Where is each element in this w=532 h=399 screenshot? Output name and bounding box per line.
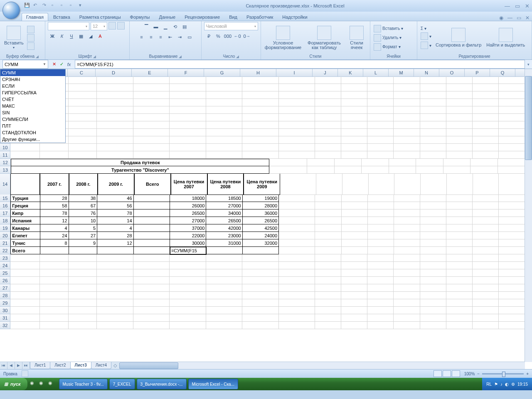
cell[interactable] [279,121,315,129]
cell[interactable] [473,144,499,151]
cell[interactable] [499,144,525,151]
cell[interactable] [446,239,473,247]
number-format-combo[interactable]: Числовой▾ [204,22,258,30]
cell[interactable] [307,166,334,174]
cell[interactable] [446,307,473,314]
cell[interactable]: Турагентство "Discovery" [11,166,269,174]
cell[interactable] [394,284,420,292]
cell[interactable] [420,284,446,292]
cell[interactable] [368,224,394,232]
cell[interactable] [341,307,367,314]
close-icon[interactable]: ✕ [525,3,530,9]
cell[interactable] [416,166,443,174]
cell[interactable] [499,114,525,121]
func-item[interactable]: СРЗНАЧ [0,76,65,83]
shrink-font-icon[interactable] [117,22,125,30]
ribbon-restore-icon[interactable]: ▭ [517,15,521,21]
cell[interactable] [97,129,133,136]
cell[interactable] [133,144,170,151]
cell[interactable] [133,277,170,284]
cell[interactable] [279,322,315,329]
cell[interactable] [446,292,473,299]
tab-view[interactable]: Вид [225,13,241,21]
cell[interactable] [420,239,446,247]
cell[interactable] [367,322,394,329]
cell[interactable] [315,299,341,307]
cell[interactable] [499,91,525,99]
row-header[interactable]: 20 [0,232,10,239]
percent-icon[interactable]: % [214,32,223,41]
cell[interactable] [170,91,206,99]
cell[interactable] [394,322,420,329]
cell[interactable] [446,151,473,159]
cell[interactable]: 19000 [243,195,279,202]
row-header[interactable]: 26 [0,277,10,284]
cell[interactable] [69,247,98,254]
cell[interactable] [242,144,278,151]
cell[interactable] [69,121,97,129]
cell[interactable] [446,217,473,224]
func-item[interactable]: СЧЁТ [0,96,65,103]
taskbar-item[interactable]: 3_Вычиления.docx -... [137,379,187,389]
cell[interactable] [133,99,170,106]
cell[interactable] [447,174,473,195]
cell[interactable] [499,217,525,224]
cell[interactable] [420,269,446,277]
view-normal-icon[interactable] [433,370,442,377]
cell[interactable] [473,114,499,121]
cell[interactable] [394,217,420,224]
cell[interactable] [279,239,315,247]
cell[interactable]: 2008 г. [69,174,98,195]
cell[interactable]: 28 [97,232,133,239]
cell[interactable] [341,114,367,121]
row-header[interactable]: 11 [0,151,10,159]
cell[interactable]: 8 [40,239,69,247]
cell[interactable] [97,299,133,307]
cell[interactable] [473,307,499,314]
cell[interactable] [279,232,315,239]
cell[interactable]: 32000 [243,239,279,247]
cell[interactable] [40,144,69,151]
cell[interactable] [473,195,499,202]
cell[interactable] [367,292,394,299]
cell[interactable] [394,114,420,121]
cell[interactable] [367,299,394,307]
cell[interactable] [342,217,368,224]
cell[interactable]: 5 [69,224,98,232]
cell[interactable] [446,277,473,284]
tab-developer[interactable]: Разработчик [242,13,277,21]
cell[interactable] [206,269,242,277]
lang-indicator[interactable]: RL [486,382,492,387]
cell[interactable] [69,262,97,269]
cell[interactable] [69,322,97,329]
cell[interactable]: 30000 [170,239,206,247]
cell[interactable] [342,195,368,202]
cell[interactable] [97,121,133,129]
cell[interactable] [367,129,394,136]
cell[interactable] [69,277,97,284]
cell[interactable] [170,144,206,151]
cell[interactable] [206,322,242,329]
cell[interactable] [473,224,499,232]
font-name-combo[interactable]: ▾ [48,22,89,30]
cell[interactable] [342,209,368,217]
cell[interactable] [170,76,206,84]
cell[interactable] [473,129,499,136]
cell[interactable] [315,232,341,239]
open-icon[interactable]: ▫ [61,2,67,9]
cell[interactable] [420,322,446,329]
cell[interactable] [242,136,278,144]
chevron-down-icon[interactable]: ▼ [43,62,46,66]
cell[interactable] [394,299,420,307]
cell[interactable] [206,121,242,129]
cell[interactable] [133,129,170,136]
fill-color-button[interactable]: ◢ [86,32,95,41]
cell[interactable] [420,224,446,232]
cell[interactable] [420,307,446,314]
row-header[interactable]: 18 [0,217,10,224]
cell[interactable] [367,106,394,114]
col-header[interactable]: E [132,69,168,76]
cell[interactable] [341,144,367,151]
cell[interactable] [40,269,69,277]
cell[interactable] [446,224,473,232]
